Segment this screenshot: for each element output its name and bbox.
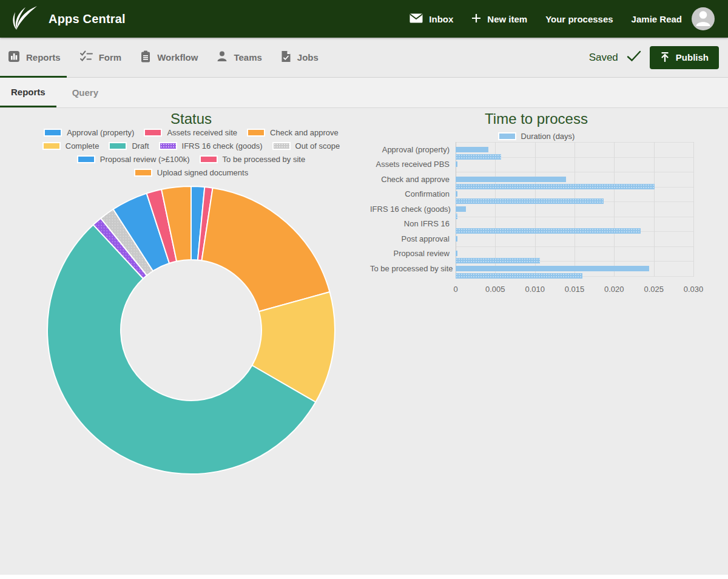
checklist-icon <box>79 50 93 64</box>
tab-reports[interactable]: Reports <box>8 50 61 64</box>
tab-jobs[interactable]: Jobs <box>281 50 318 64</box>
x-axis-tick-label: 0 <box>437 285 474 294</box>
person-icon <box>217 50 228 64</box>
legend-swatch <box>272 142 291 150</box>
brand: Apps Central <box>12 4 126 33</box>
subtab-query[interactable]: Query <box>61 78 109 107</box>
category-label: Check and approve <box>370 175 450 185</box>
tab-form[interactable]: Form <box>79 50 122 64</box>
report-subtabs: Reports Query <box>0 78 728 108</box>
legend-item: Upload signed documents <box>134 168 248 177</box>
gridline-vertical <box>614 142 615 277</box>
user-menu[interactable]: Jamie Read <box>632 14 682 24</box>
category-label: To be processed by site <box>370 264 450 274</box>
legend-swatch <box>159 142 177 150</box>
category-label: Non IFRS 16 <box>370 219 450 229</box>
category-label: Assets received PBS <box>370 160 450 169</box>
legend-item: IFRS 16 check (goods) <box>159 141 263 151</box>
duration-bar <box>456 191 457 197</box>
publish-button[interactable]: Publish <box>650 46 719 69</box>
saved-status: Saved <box>589 52 618 64</box>
category-label: Proposal review <box>370 249 450 259</box>
legend-swatch <box>144 129 162 137</box>
duration-bar <box>456 214 457 219</box>
app-window: Apps Central Inbox New item <box>0 0 728 579</box>
duration-bar <box>456 258 540 263</box>
report-canvas: Status Approval (property)Assets receive… <box>0 108 728 579</box>
active-tab-indicator <box>0 76 67 78</box>
category-label: Approval (property) <box>370 145 450 155</box>
legend-item: Out of scope <box>272 141 340 151</box>
legend-label: Assets received site <box>167 128 237 137</box>
duration-bar <box>456 147 488 152</box>
legend-label: IFRS 16 check (goods) <box>182 141 263 151</box>
new-item-button[interactable]: New item <box>471 13 527 25</box>
gridline-vertical <box>495 142 496 277</box>
legend-label: Proposal review (>£100k) <box>100 155 190 164</box>
check-icon <box>627 50 641 64</box>
module-toolbar: Reports Form <box>0 38 728 78</box>
legend-item: Approval (property) <box>44 128 134 137</box>
legend-label: Complete <box>66 141 99 151</box>
duration-bar <box>456 251 457 256</box>
avatar[interactable] <box>692 7 715 30</box>
duration-bar <box>456 266 649 271</box>
legend-swatch <box>77 155 95 163</box>
tab-workflow[interactable]: Workflow <box>140 50 198 64</box>
legend-item: Draft <box>109 141 149 151</box>
category-label: Confirmation <box>370 189 450 199</box>
person-icon <box>692 7 715 30</box>
legend-swatch <box>44 129 62 137</box>
donut-chart-title: Status <box>24 110 358 127</box>
bar-chart-icon <box>8 50 20 64</box>
x-axis-tick-label: 0.010 <box>517 285 553 294</box>
x-axis-tick-label: 0.025 <box>636 285 672 294</box>
x-axis-tick-label: 0.020 <box>596 285 632 294</box>
category-label: Post approval <box>370 234 450 244</box>
bar-chart-legend: Duration (days) <box>370 132 703 141</box>
legend-label: Upload signed documents <box>157 168 248 177</box>
document-check-icon <box>281 50 291 64</box>
inbox-button[interactable]: Inbox <box>410 13 453 25</box>
legend-label: Duration (days) <box>521 132 575 141</box>
your-processes-button[interactable]: Your processes <box>545 14 613 24</box>
tab-teams[interactable]: Teams <box>217 50 261 64</box>
app-header: Apps Central Inbox New item <box>0 0 728 38</box>
legend-swatch <box>498 132 516 140</box>
category-label: IFRS 16 check (goods) <box>370 205 450 214</box>
plus-icon <box>471 13 481 25</box>
fern-logo-icon <box>12 4 40 33</box>
donut-slice <box>201 188 329 311</box>
toolbar-right: Saved Publish <box>589 38 719 77</box>
gridline-vertical <box>535 142 536 277</box>
time-to-process-bar-chart: 00.0050.0100.0150.0200.0250.030Approval … <box>370 142 703 300</box>
legend-item: To be processed by site <box>200 155 306 164</box>
legend-item: Duration (days) <box>498 132 575 141</box>
duration-bar <box>456 184 655 189</box>
duration-bar <box>456 198 604 204</box>
duration-bar <box>456 154 501 160</box>
x-axis-tick-label: 0.015 <box>556 285 593 294</box>
legend-item: Check and approve <box>247 128 339 137</box>
legend-label: Check and approve <box>270 128 339 137</box>
legend-label: To be processed by site <box>223 155 306 164</box>
clipboard-icon <box>140 50 151 64</box>
legend-label: Out of scope <box>295 141 340 151</box>
legend-swatch <box>247 129 265 137</box>
subtab-reports[interactable]: Reports <box>0 78 56 107</box>
duration-bar <box>456 236 457 242</box>
legend-swatch <box>109 142 127 150</box>
x-axis-tick-label: 0.005 <box>477 285 513 294</box>
gridline-vertical <box>654 142 655 277</box>
duration-bar <box>456 161 457 167</box>
envelope-icon <box>410 13 423 25</box>
duration-bar <box>456 206 466 212</box>
gridline-vertical <box>575 142 575 277</box>
status-donut-chart <box>24 181 358 479</box>
legend-swatch <box>200 155 218 163</box>
app-title: Apps Central <box>49 12 126 26</box>
x-axis-tick-label: 0.030 <box>675 285 712 294</box>
donut-legend: Approval (property)Assets received siteC… <box>24 128 358 177</box>
bar-chart-title: Time to process <box>370 110 703 127</box>
legend-label: Approval (property) <box>67 128 134 137</box>
